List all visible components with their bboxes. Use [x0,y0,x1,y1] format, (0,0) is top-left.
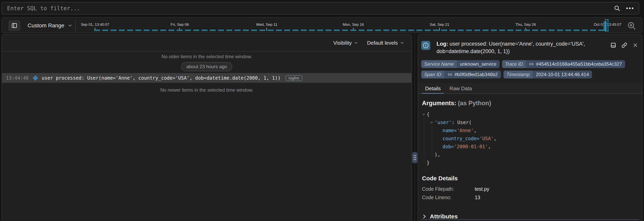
dock-bottom-icon[interactable] [610,42,617,49]
timeline-divider [75,20,76,31]
code-segment-punct: } [427,160,430,166]
code-detail-value: 13 [475,195,480,200]
panel-left-icon [11,22,18,29]
no-older-items-text: No older items in the selected time wind… [2,54,412,59]
code-line: dob='2000-01-01', [422,143,639,151]
badge-label: Trace ID [502,60,526,68]
drag-grip-icon [413,155,416,161]
link-icon [448,72,452,77]
code-segment-string: 'USA' [480,136,494,141]
badge-label: Span ID [421,71,444,78]
timeline-tick-label: Wed, Sep 11 [256,22,277,27]
tree-collapse-chevron-icon[interactable] [430,121,434,124]
attributes-section-toggle[interactable]: Attributes [422,213,639,220]
time-ago-pill[interactable]: about 23 hours ago [181,62,232,71]
top-bar: Enter SQL to filter... [0,0,644,17]
chevron-down-icon [400,40,404,45]
code-detail-label: Code Filepath: [422,186,475,192]
sql-filter-placeholder: Enter SQL to filter... [7,5,614,11]
code-segment-key: country_code= [442,136,480,141]
code-segment-punct: { [427,112,430,117]
log-row[interactable]: 13:44:46 user processed: User(name='Anne… [2,73,412,83]
badge-value: #b0f0d9ed1ab346b2 [444,71,501,78]
code-line: 'user': User( [422,118,639,126]
sql-filter-input[interactable]: Enter SQL to filter... [2,2,639,14]
detail-tabs: DetailsRaw Data [418,84,642,94]
code-segment-key: 'user' [434,120,452,125]
tab-raw-data[interactable]: Raw Data [445,84,476,93]
badge-value: 2024-10-01 13:44:46.414 [532,71,592,78]
code-line: } [422,159,639,167]
time-range-selector[interactable]: Custom Range [28,18,73,33]
tree-collapse-chevron-icon[interactable] [422,113,427,116]
code-segment-string: 'Anne' [457,128,474,133]
log-detail-panel: Log: user processed: User(name='Anne', c… [418,34,642,221]
arguments-code-block: {'user': User(name='Anne',country_code='… [422,110,639,167]
badge-value: #454514c0168a455a51bb4ceba354c327 [526,60,625,68]
span-badge[interactable]: Timestamp2024-10-01 13:44:46.414 [504,71,592,78]
splitter-line [414,34,415,221]
code-detail-value: test.py [475,186,489,192]
chevron-right-icon [422,214,427,219]
visibility-dropdown[interactable]: Visibility [333,40,358,46]
info-icon [421,41,430,50]
code-details-rows: Code Filepath:test.pyCode Lineno:13 [422,185,639,202]
span-badge[interactable]: Trace ID#454514c0168a455a51bb4ceba354c32… [502,60,625,68]
close-icon[interactable] [632,42,639,49]
code-detail-row: Code Filepath:test.py [422,185,639,193]
copy-link-icon[interactable] [621,42,628,49]
timeline-tick-label: Sep 01, 13:40:07 [81,22,110,27]
arguments-heading: Arguments: (as Python) [422,100,639,107]
time-range-label: Custom Range [28,22,64,29]
log-list-header: Visibility Default levels [2,35,412,51]
span-badge[interactable]: Service Nameunknown_service [421,60,500,68]
timeline-histogram-baseline [94,29,604,31]
timeline-selection-region[interactable] [605,19,608,31]
code-segment-punct: , [494,136,496,141]
panel-splitter[interactable] [412,34,418,221]
timeline-tick-label: Sat, Sep 21 [430,22,449,27]
code-detail-label: Code Lineno: [422,195,475,200]
search-icon[interactable] [614,5,620,11]
log-row-message: user processed: User(name='Anne', countr… [42,75,281,81]
log-list-panel: Visibility Default levels No older items… [2,34,412,221]
chevron-down-icon [354,40,358,45]
tab-details[interactable]: Details [421,84,445,93]
code-segment-punct: , [474,128,476,133]
code-segment-punct: , [488,144,491,149]
badge-label: Timestamp [504,71,532,78]
attributes-heading-label: Attributes [430,213,458,220]
code-segment-string: '2000-01-01' [454,144,488,149]
code-segment-punct: : User( [452,120,472,125]
span-badge[interactable]: Span ID#b0f0d9ed1ab346b2 [421,71,501,78]
code-segment-key: name= [442,128,457,133]
chevron-down-icon [68,23,73,28]
timeline-tick-label: Fri, Sep 06 [171,22,189,27]
detail-header: Log: user processed: User(name='Anne', c… [421,40,639,55]
detail-title: Log: user processed: User(name='Anne', c… [436,40,598,55]
zoom-in-icon[interactable] [627,21,636,31]
sidebar-toggle-button[interactable] [8,20,20,31]
timeline-tick-label: Mon, Sep 16 [343,22,364,27]
code-line: ), [422,151,639,159]
splitter-grip-handle[interactable] [412,152,418,163]
code-line: country_code='USA', [422,135,639,143]
indent-guide [432,126,432,154]
log-row-tag[interactable]: logfire [286,75,302,81]
detail-content: Arguments: (as Python) {'user': User(nam… [421,94,639,220]
more-options-icon[interactable] [626,7,634,9]
detail-title-prefix: Log: [436,41,448,47]
log-list-body: No older items in the selected time wind… [2,54,412,93]
code-detail-row: Code Lineno:13 [422,193,639,202]
arguments-subheading: (as Python) [458,100,491,107]
visibility-label: Visibility [333,40,352,46]
badge-value: unknown_service [457,60,500,68]
default-levels-label: Default levels [367,40,398,46]
default-levels-dropdown[interactable]: Default levels [367,40,404,46]
detail-title-message: user processed: User(name='Anne', countr… [436,41,585,54]
indent-guide [424,118,424,162]
log-row-timestamp: 13:44:46 [6,75,29,81]
section-divider [421,219,639,220]
timeline-bar: Custom Range Sep 01, 13:40:07Fri, Sep 06… [2,17,642,33]
code-segment-punct: ), [434,152,440,158]
